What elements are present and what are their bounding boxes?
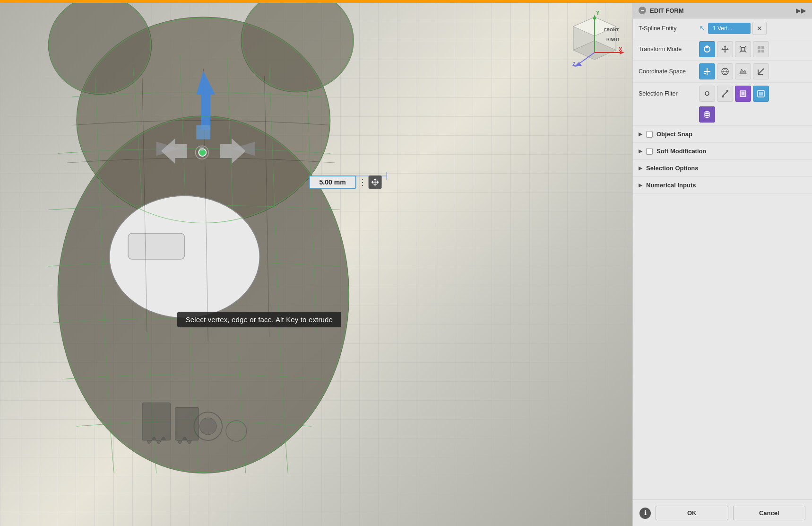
svg-point-12 bbox=[199, 146, 204, 151]
dimension-options-icon[interactable]: ⋮ bbox=[358, 177, 367, 187]
svg-rect-9 bbox=[196, 125, 210, 140]
object-snap-checkbox[interactable] bbox=[646, 131, 653, 138]
panel-minimize-icon[interactable]: − bbox=[639, 7, 646, 14]
svg-rect-49 bbox=[707, 68, 708, 75]
svg-rect-44 bbox=[758, 46, 760, 49]
panel-title-area: − EDIT FORM bbox=[639, 7, 684, 14]
svg-text:RIGHT: RIGHT bbox=[606, 37, 620, 42]
svg-text:Z: Z bbox=[572, 61, 576, 67]
coord-world-button[interactable] bbox=[717, 63, 733, 79]
transform-mode-label: Transform Mode bbox=[639, 46, 695, 53]
svg-text:X: X bbox=[619, 46, 622, 52]
svg-rect-65 bbox=[759, 92, 763, 96]
object-snap-arrow: ▶ bbox=[639, 131, 642, 137]
svg-rect-15 bbox=[142, 403, 171, 440]
transform-scale-button[interactable] bbox=[735, 41, 751, 57]
coordinate-space-controls bbox=[699, 63, 806, 79]
axis-compass: FRONT RIGHT Y X Z bbox=[564, 10, 625, 71]
selection-options-arrow: ▶ bbox=[639, 165, 642, 171]
main-area: 5.00 mm ⋮ Select vertex, edge or face. A… bbox=[0, 3, 812, 526]
entity-select-button[interactable]: 1 Vert... bbox=[708, 23, 751, 34]
selection-options-section[interactable]: ▶ Selection Options bbox=[633, 160, 812, 177]
filter-body-button[interactable] bbox=[753, 86, 769, 102]
filter-vertex-button[interactable] bbox=[699, 86, 715, 102]
tspline-entity-label: T-Spline Entity bbox=[639, 25, 695, 32]
tspline-entity-row: T-Spline Entity ↖ 1 Vert... ✕ bbox=[633, 18, 812, 38]
soft-modification-section[interactable]: ▶ Soft Modification bbox=[633, 143, 812, 160]
viewport[interactable]: 5.00 mm ⋮ Select vertex, edge or face. A… bbox=[0, 3, 632, 526]
soft-modification-title: Soft Modification bbox=[657, 148, 706, 155]
transform-mode-row: Transform Mode bbox=[633, 38, 812, 61]
coordinate-space-label: Coordinate Space bbox=[639, 68, 695, 75]
coord-local-button[interactable] bbox=[699, 63, 715, 79]
transform-all-button[interactable] bbox=[753, 41, 769, 57]
transform-mode-controls bbox=[699, 41, 806, 57]
ok-button[interactable]: OK bbox=[656, 506, 728, 520]
numerical-inputs-section[interactable]: ▶ Numerical Inputs bbox=[633, 177, 812, 194]
numerical-inputs-arrow: ▶ bbox=[639, 182, 642, 188]
transform-rotate-button[interactable] bbox=[699, 41, 715, 57]
filter-edge-button[interactable] bbox=[717, 86, 733, 102]
selection-options-title: Selection Options bbox=[646, 165, 699, 172]
svg-rect-50 bbox=[704, 73, 706, 74]
panel-spacer bbox=[633, 194, 812, 500]
coord-view-button[interactable] bbox=[735, 63, 751, 79]
svg-point-18 bbox=[199, 418, 216, 435]
svg-rect-63 bbox=[742, 92, 744, 95]
dimension-move-button[interactable] bbox=[369, 175, 382, 189]
selection-filter-label: Selection Filter bbox=[639, 90, 695, 97]
entity-button-text: 1 Vert... bbox=[713, 25, 732, 32]
svg-rect-60 bbox=[722, 96, 724, 97]
coordinate-space-row: Coordinate Space bbox=[633, 61, 812, 83]
transform-move-button[interactable] bbox=[717, 41, 733, 57]
svg-rect-16 bbox=[175, 407, 199, 440]
numerical-inputs-title: Numerical Inputs bbox=[646, 182, 696, 189]
viewport-tooltip: Select vertex, edge or face. Alt Key to … bbox=[177, 312, 341, 327]
coord-custom-button[interactable] bbox=[753, 63, 769, 79]
svg-rect-45 bbox=[761, 46, 764, 49]
svg-rect-5 bbox=[128, 233, 184, 259]
selection-filter-second-row bbox=[639, 106, 806, 123]
soft-modification-checkbox[interactable] bbox=[646, 148, 653, 155]
bottom-buttons-row: ℹ OK Cancel bbox=[633, 500, 812, 526]
filter-spline-button[interactable] bbox=[699, 106, 715, 123]
soft-modification-arrow: ▶ bbox=[639, 148, 642, 154]
panel-header: − EDIT FORM ▶▶ bbox=[633, 3, 812, 18]
panel-expand-icon[interactable]: ▶▶ bbox=[796, 7, 806, 14]
svg-text:Y: Y bbox=[596, 10, 600, 16]
object-snap-title: Object Snap bbox=[657, 131, 692, 138]
dimension-input-area: 5.00 mm ⋮ bbox=[309, 175, 382, 189]
panel-title: EDIT FORM bbox=[650, 7, 684, 14]
svg-rect-43 bbox=[741, 47, 745, 51]
entity-close-button[interactable]: ✕ bbox=[752, 22, 767, 35]
object-snap-section[interactable]: ▶ Object Snap bbox=[633, 126, 812, 143]
3d-model bbox=[0, 3, 632, 526]
selection-filter-controls bbox=[699, 86, 806, 102]
svg-rect-47 bbox=[761, 50, 764, 53]
filter-face-button[interactable] bbox=[735, 86, 751, 102]
svg-point-68 bbox=[705, 115, 709, 118]
cancel-button[interactable]: Cancel bbox=[733, 506, 806, 520]
info-button[interactable]: ℹ bbox=[639, 508, 651, 519]
selection-filter-row: Selection Filter bbox=[633, 83, 812, 126]
svg-rect-61 bbox=[726, 90, 728, 92]
cursor-icon: ↖ bbox=[699, 24, 705, 33]
right-panel: − EDIT FORM ▶▶ T-Spline Entity ↖ 1 Vert.… bbox=[632, 3, 812, 526]
svg-text:FRONT: FRONT bbox=[604, 27, 619, 32]
svg-rect-46 bbox=[758, 50, 760, 53]
tspline-entity-controls: ↖ 1 Vert... ✕ bbox=[699, 22, 806, 35]
dimension-input[interactable]: 5.00 mm bbox=[309, 175, 356, 189]
